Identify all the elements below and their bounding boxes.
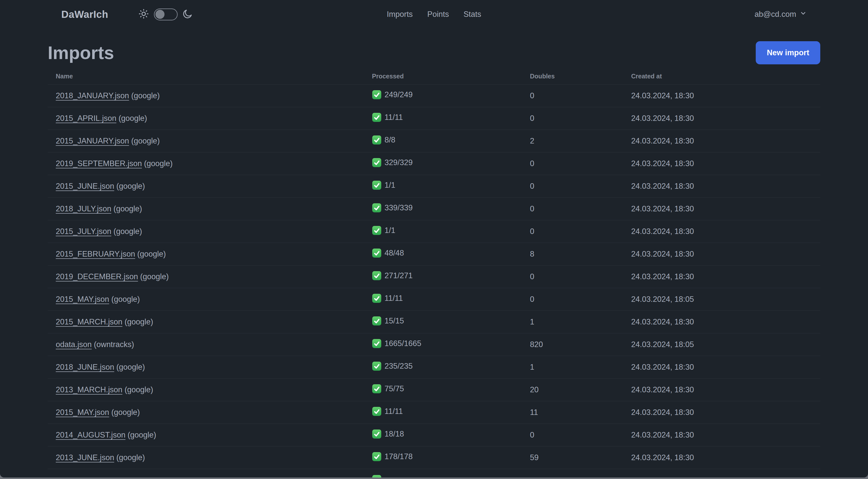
created-cell: 24.03.2024, 18:30	[623, 379, 820, 401]
page-head: Imports New import	[48, 41, 820, 64]
doubles-count: 0	[530, 272, 534, 281]
import-file-link[interactable]: 2019_SEPTEMBER.json	[56, 159, 142, 168]
import-file-link[interactable]: 2019_DECEMBER.json	[56, 272, 138, 281]
import-file-link[interactable]: 2013_JUNE.json	[56, 453, 114, 462]
created-cell: 24.03.2024, 18:30	[623, 265, 820, 288]
doubles-cell: 1	[522, 310, 623, 333]
processed-count: 11/11	[384, 407, 403, 416]
import-file-link[interactable]: odata.json	[56, 340, 92, 349]
import-file-link[interactable]: 2018_JANUARY.json	[56, 91, 129, 100]
imports-table-head: Name Processed Doubles Created at	[48, 68, 820, 85]
app-logo[interactable]: DaWarIch	[61, 9, 108, 20]
table-row: 2019_DECEMBER.json (google) 271/271 0 24…	[48, 265, 820, 288]
theme-toggle[interactable]	[154, 8, 178, 20]
doubles-count: 20	[530, 385, 538, 394]
doubles-count: 1	[530, 363, 534, 371]
table-row: 2014_AUGUST.json (google) 18/18 0 24.03.…	[48, 424, 820, 446]
doubles-cell: 0	[522, 85, 623, 107]
table-row: 2015_JANUARY.json (google) 8/8 2 24.03.2…	[48, 130, 820, 152]
created-at: 24.03.2024, 18:30	[631, 408, 694, 417]
doubles-cell: 1	[522, 356, 623, 379]
doubles-cell: 0	[522, 424, 623, 446]
green-check-icon	[372, 248, 381, 258]
created-cell: 24.03.2024, 18:30	[623, 243, 820, 265]
doubles-count: 59	[530, 453, 538, 462]
processed-cell: 1/1	[364, 175, 522, 198]
name-cell: 2018_JANUARY.json (google)	[48, 85, 364, 107]
table-row: 2013_MARCH.json (google) 75/75 20 24.03.…	[48, 379, 820, 401]
green-check-icon	[372, 203, 381, 213]
doubles-count: 2	[530, 137, 534, 145]
processed-count: 75/75	[384, 384, 404, 393]
created-cell: 24.03.2024, 18:30	[623, 446, 820, 469]
created-at: 24.03.2024, 18:30	[631, 363, 694, 371]
green-check-icon	[372, 384, 381, 394]
green-check-icon	[372, 294, 381, 303]
import-file-link[interactable]: 2015_MARCH.json	[56, 318, 122, 326]
import-file-link[interactable]: 2015_JUNE.json	[56, 182, 114, 190]
doubles-cell	[522, 469, 623, 478]
processed-cell: 8/8	[364, 130, 522, 152]
table-row: 2015_FEBRUARY.json (google) 48/48 8 24.0…	[48, 243, 820, 265]
import-file-link[interactable]: 2018_JUNE.json	[56, 363, 114, 371]
green-check-icon	[372, 475, 381, 478]
doubles-cell: 0	[522, 220, 623, 243]
name-cell: 2013_JUNE.json (google)	[48, 446, 364, 469]
doubles-count: 0	[530, 182, 534, 190]
processed-count: 8/8	[384, 136, 395, 145]
table-row: 2015_MAY.json (google) 11/11 0 24.03.202…	[48, 288, 820, 310]
created-cell: 24.03.2024, 18:30	[623, 198, 820, 220]
table-row: 2018_JUNE.json (google) 235/235 1 24.03.…	[48, 356, 820, 379]
doubles-cell: 11	[522, 401, 623, 424]
import-file-link[interactable]: 2015_MAY.json	[56, 295, 109, 304]
doubles-cell: 0	[522, 265, 623, 288]
created-at: 24.03.2024, 18:30	[631, 114, 694, 123]
new-import-button[interactable]: New import	[756, 41, 820, 64]
name-cell: 2013_MARCH.json (google)	[48, 379, 364, 401]
imports-table: Name Processed Doubles Created at 2018_J…	[48, 68, 820, 478]
import-file-link[interactable]: 2015_APRIL.json	[56, 114, 116, 123]
import-file-link[interactable]: 2015_FEBRUARY.json	[56, 249, 135, 258]
processed-cell: 1665/1665	[364, 333, 522, 356]
green-check-icon	[372, 226, 381, 235]
import-source: (google)	[114, 453, 145, 462]
nav-link-points[interactable]: Points	[427, 10, 449, 19]
theme-toggle-knob	[155, 10, 164, 19]
theme-toggle-group	[138, 8, 193, 21]
chevron-down-icon	[800, 10, 807, 19]
created-cell: 24.03.2024, 18:30	[623, 424, 820, 446]
processed-count: 1/1	[384, 181, 395, 190]
import-source: (google)	[142, 159, 173, 168]
processed-count: 235/235	[384, 362, 413, 371]
name-cell: 2014_AUGUST.json (google)	[48, 424, 364, 446]
import-file-link[interactable]: 2015_JULY.json	[56, 227, 111, 236]
nav-link-imports[interactable]: Imports	[387, 10, 413, 19]
import-file-link[interactable]: 2015_MAY.json	[56, 408, 109, 417]
name-cell: 2018_JUNE.json (google)	[48, 356, 364, 379]
created-at: 24.03.2024, 18:30	[631, 204, 694, 213]
table-row: 2013_JUNE.json (google) 178/178 59 24.03…	[48, 446, 820, 469]
import-file-link[interactable]: 2013_MARCH.json	[56, 385, 122, 394]
created-cell: 24.03.2024, 18:30	[623, 85, 820, 107]
doubles-cell: 0	[522, 107, 623, 130]
created-cell	[623, 469, 820, 478]
import-source: (google)	[129, 137, 160, 145]
import-source: (google)	[111, 204, 142, 213]
created-cell: 24.03.2024, 18:30	[623, 220, 820, 243]
name-cell: 2015_FEBRUARY.json (google)	[48, 243, 364, 265]
green-check-icon	[372, 339, 381, 348]
table-row: 2015_JUNE.json (google) 1/1 0 24.03.2024…	[48, 175, 820, 198]
user-menu[interactable]: ab@cd.com	[754, 10, 807, 19]
nav-link-stats[interactable]: Stats	[463, 10, 481, 19]
import-source: (google)	[111, 227, 142, 236]
doubles-count: 11	[530, 408, 538, 417]
created-at: 24.03.2024, 18:30	[631, 249, 694, 258]
imports-page: Imports New import Name Processed Double…	[0, 41, 868, 478]
table-row: 2018_JANUARY.json (google) 249/249 0 24.…	[48, 85, 820, 107]
import-file-link[interactable]: 2014_AUGUST.json	[56, 430, 125, 439]
import-file-link[interactable]: 2018_JULY.json	[56, 204, 111, 213]
import-file-link[interactable]: 2015_JANUARY.json	[56, 137, 129, 145]
table-row: 2018_JULY.json (google) 339/339 0 24.03.…	[48, 198, 820, 220]
green-check-icon	[372, 271, 381, 280]
created-at: 24.03.2024, 18:30	[631, 385, 694, 394]
